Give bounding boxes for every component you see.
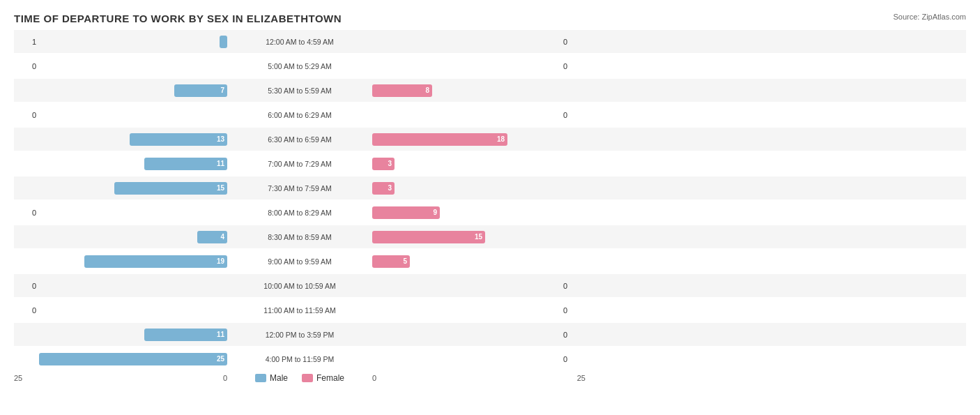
right-section: 8 <box>369 84 585 97</box>
female-bar: 5 <box>372 255 410 268</box>
time-label: 10:00 AM to 10:59 AM <box>230 282 369 290</box>
female-bar-label: 8 <box>425 86 429 94</box>
right-bar-wrap: 18 <box>372 133 560 146</box>
bar-row: 48:30 AM to 8:59 AM15 <box>14 225 966 248</box>
axis-tick-right-0: 0 <box>372 374 376 382</box>
left-section: 25 <box>14 353 230 365</box>
left-bar-wrap <box>39 109 227 121</box>
female-value: 0 <box>563 331 579 339</box>
female-swatch <box>302 374 313 382</box>
female-value: 0 <box>563 62 579 70</box>
bar-row: 112:00 AM to 4:59 AM0 <box>14 30 966 53</box>
male-bar: 4 <box>197 231 227 243</box>
right-bar-wrap: 3 <box>372 182 560 195</box>
right-section: 0 <box>369 109 585 121</box>
axis-tick-right-25: 25 <box>577 374 585 382</box>
female-bar-label: 15 <box>475 233 482 241</box>
right-bar-wrap: 5 <box>372 255 560 268</box>
left-section: 0 <box>14 109 230 121</box>
left-bar-wrap: 11 <box>39 329 227 341</box>
female-bar: 3 <box>372 182 395 195</box>
left-section: 0 <box>14 280 230 292</box>
left-bar-wrap <box>39 304 227 317</box>
bar-row: 254:00 PM to 11:59 PM0 <box>14 347 966 370</box>
left-section: 0 <box>14 304 230 317</box>
time-label: 7:30 AM to 7:59 AM <box>230 184 369 193</box>
female-value: 0 <box>563 306 579 315</box>
male-bar: 15 <box>114 182 227 195</box>
right-bar-wrap <box>372 353 560 365</box>
time-label: 9:00 AM to 9:59 AM <box>230 257 369 266</box>
bar-row: 75:30 AM to 5:59 AM8 <box>14 79 966 102</box>
time-label: 5:30 AM to 5:59 AM <box>230 86 369 95</box>
left-section: 15 <box>14 182 230 195</box>
female-bar <box>372 353 375 365</box>
axis-tick-left-0: 0 <box>223 374 227 382</box>
left-bar-wrap: 13 <box>39 133 227 146</box>
female-value: 0 <box>563 38 579 46</box>
left-bar-wrap <box>39 36 227 48</box>
right-section: 0 <box>369 36 585 48</box>
left-bar-wrap: 19 <box>39 255 227 268</box>
left-bar-wrap: 4 <box>39 231 227 243</box>
female-bar <box>372 280 375 292</box>
male-bar <box>224 206 227 219</box>
left-bar-wrap <box>39 60 227 73</box>
time-label: 6:00 AM to 6:29 AM <box>230 111 369 119</box>
right-section: 15 <box>369 231 585 243</box>
bar-row: 06:00 AM to 6:29 AM0 <box>14 103 966 126</box>
male-bar <box>224 109 227 121</box>
male-bar-label: 13 <box>217 135 224 143</box>
legend-area: Male Female <box>230 373 369 383</box>
left-section: 0 <box>14 206 230 219</box>
time-label: 11:00 AM to 11:59 AM <box>230 306 369 315</box>
male-value: 0 <box>21 111 36 119</box>
right-bar-wrap <box>372 329 560 341</box>
left-section: 13 <box>14 133 230 146</box>
right-bar-wrap <box>372 109 560 121</box>
male-bar-label: 15 <box>217 184 224 192</box>
left-section: 19 <box>14 255 230 268</box>
time-label: 7:00 AM to 7:29 AM <box>230 160 369 168</box>
bar-row: 011:00 AM to 11:59 AM0 <box>14 299 966 322</box>
right-section: 3 <box>369 158 585 170</box>
female-bar <box>372 109 375 121</box>
right-section: 0 <box>369 329 585 341</box>
left-section: 1 <box>14 36 230 48</box>
time-label: 12:00 PM to 3:59 PM <box>230 331 369 339</box>
left-section: 0 <box>14 60 230 73</box>
male-bar-label: 19 <box>217 257 224 265</box>
left-bar-wrap <box>39 206 227 219</box>
male-bar-label: 25 <box>217 355 224 363</box>
bar-row: 157:30 AM to 7:59 AM3 <box>14 176 966 199</box>
time-label: 12:00 AM to 4:59 AM <box>230 38 369 46</box>
left-bar-wrap: 25 <box>39 353 227 365</box>
male-value: 0 <box>21 62 36 70</box>
male-bar: 19 <box>84 255 227 268</box>
right-section: 0 <box>369 60 585 73</box>
right-section: 5 <box>369 255 585 268</box>
bar-row: 05:00 AM to 5:29 AM0 <box>14 54 966 77</box>
male-bar <box>224 280 227 292</box>
left-bar-wrap: 15 <box>39 182 227 195</box>
female-value: 0 <box>563 355 579 363</box>
source-text: Source: ZipAtlas.com <box>893 13 966 21</box>
male-value: 0 <box>21 209 36 217</box>
female-bar: 9 <box>372 206 440 219</box>
right-bar-wrap <box>372 304 560 317</box>
male-swatch <box>255 374 266 382</box>
bar-row: 010:00 AM to 10:59 AM0 <box>14 274 966 297</box>
chart-title: TIME OF DEPARTURE TO WORK BY SEX IN ELIZ… <box>14 13 966 24</box>
legend-female: Female <box>302 373 344 383</box>
right-bar-wrap <box>372 280 560 292</box>
time-label: 6:30 AM to 6:59 AM <box>230 135 369 144</box>
female-bar <box>372 36 375 48</box>
bar-row: 08:00 AM to 8:29 AM9 <box>14 201 966 224</box>
male-bar: 25 <box>39 353 227 365</box>
axis-right: 0 25 <box>369 374 585 382</box>
female-value: 0 <box>563 111 579 119</box>
bar-row: 1112:00 PM to 3:59 PM0 <box>14 323 966 346</box>
male-bar-label: 11 <box>217 160 224 167</box>
axis-row: 25 0 Male Female 0 25 <box>14 373 966 383</box>
female-bar-label: 18 <box>497 135 505 143</box>
